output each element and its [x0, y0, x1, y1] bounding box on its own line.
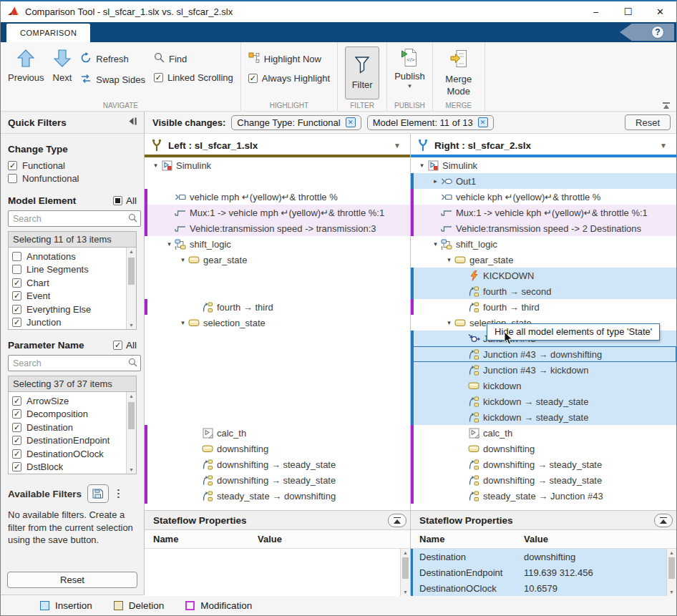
caret-down-icon[interactable]: ▾	[178, 256, 187, 263]
checkbox-unchecked-icon[interactable]	[12, 252, 21, 261]
caret-right-icon[interactable]: ▸	[431, 177, 440, 185]
filter-item-destination[interactable]: Destination	[12, 421, 125, 434]
caret-down-icon[interactable]: ▾	[417, 162, 427, 169]
checkbox-checked-icon[interactable]	[113, 341, 122, 350]
swap-sides-button[interactable]: Swap Sides	[80, 73, 145, 87]
tree-row[interactable]: fourth → second	[411, 283, 676, 299]
tree-row[interactable]: ▾tshift_logic	[411, 236, 676, 252]
tree-row[interactable]: KICKDOWN	[411, 268, 676, 283]
tree-row[interactable]: Junction #43 → kickdown	[411, 362, 676, 378]
checkbox-checked-icon[interactable]	[154, 73, 163, 82]
tree-row[interactable]: downshifting	[411, 441, 676, 456]
tree-row[interactable]: steady_state → downshifting	[145, 488, 410, 504]
close-button[interactable]: ✕	[644, 1, 676, 22]
property-row[interactable]: Destinationdownshifting	[411, 549, 666, 564]
checkbox-checked-icon[interactable]	[12, 291, 21, 300]
model-element-search[interactable]	[8, 210, 141, 227]
highlight-now-button[interactable]: Highlight Now	[248, 52, 330, 66]
checkbox-checked-icon[interactable]	[12, 318, 21, 327]
tree-row[interactable]: ▾selection_state	[145, 315, 410, 331]
next-button[interactable]: Next	[53, 47, 72, 83]
left-panel-header[interactable]: Left : sl_sfcar_1.slx ▼	[145, 134, 410, 157]
tree-row[interactable]: Vehicle:transmission speed -> transmissi…	[145, 220, 410, 236]
more-options-icon[interactable]	[115, 488, 122, 500]
tree-row[interactable]: kickdown	[411, 378, 676, 393]
filters-reset-button[interactable]: Reset	[625, 114, 671, 130]
chip-close-icon[interactable]: ✕	[478, 117, 488, 127]
tree-row[interactable]: fourth → third	[411, 299, 676, 315]
minimize-button[interactable]: –	[580, 1, 612, 22]
scrollbar[interactable]: ▲▼	[666, 549, 676, 596]
tab-comparison[interactable]: COMPARISON	[6, 24, 90, 42]
property-row[interactable]: DestinationEndpoint119.639 312.456	[411, 564, 666, 580]
tree-row[interactable]: ▸Out1	[411, 173, 676, 189]
save-filter-button[interactable]	[87, 484, 109, 503]
tree-row[interactable]: fourth → third	[145, 299, 410, 315]
parameter-name-search-input[interactable]	[13, 358, 128, 368]
sidebar-reset-button[interactable]: Reset	[7, 572, 137, 588]
publish-button[interactable]: </> Publish ▼	[394, 47, 425, 89]
filter-item-event[interactable]: Event	[12, 290, 125, 303]
checkbox-indeterminate-icon[interactable]	[113, 196, 122, 205]
checkbox-unchecked-icon[interactable]	[8, 174, 17, 183]
checkbox-checked-icon[interactable]	[12, 396, 21, 406]
checkbox-checked-icon[interactable]	[12, 436, 21, 445]
tree-row[interactable]: kickdown → steady_state	[411, 393, 676, 409]
checkbox-checked-icon[interactable]	[12, 409, 21, 419]
filter-item-destinationendpoint[interactable]: DestinationEndpoint	[12, 434, 125, 448]
chevron-down-icon[interactable]: ▼	[394, 142, 401, 150]
chevron-down-icon[interactable]: ▼	[660, 142, 667, 150]
filter-item-functional[interactable]: Functional	[8, 159, 137, 172]
tree-row[interactable]: vehicle mph ↵(yellow)↵& throttle %	[145, 189, 410, 205]
tree-row[interactable]: downshifting → steady_state	[411, 472, 676, 488]
tree-row[interactable]: calc_th	[145, 425, 410, 441]
collapse-sidebar-icon[interactable]	[127, 117, 138, 128]
collapse-panel-icon[interactable]	[388, 514, 406, 527]
filter-item-annotations[interactable]: Annotations	[12, 250, 125, 263]
tree-row[interactable]: Mux:1 -> vehicle kph ↵(yellow)↵& throttl…	[411, 205, 676, 220]
parameter-name-search[interactable]	[8, 355, 141, 371]
always-highlight-checkbox[interactable]: Always Highlight	[248, 73, 330, 84]
filter-item-chart[interactable]: Chart	[12, 276, 125, 290]
find-button[interactable]: Find	[154, 52, 233, 65]
caret-down-icon[interactable]: ▾	[151, 162, 160, 169]
caret-down-icon[interactable]: ▾	[165, 240, 174, 248]
tree-row[interactable]: ▾Simulink	[145, 157, 410, 173]
filter-item-nonfunctional[interactable]: Nonfunctional	[8, 172, 137, 186]
chip-close-icon[interactable]: ✕	[346, 117, 356, 127]
filter-chip[interactable]: Change Type: Functional✕	[231, 115, 361, 130]
tree-row[interactable]: downshifting → steady_state	[145, 456, 410, 472]
tree-row[interactable]: downshifting	[145, 441, 410, 456]
tree-row[interactable]: Mux:1 -> vehicle mph ↵(yellow)↵& throttl…	[145, 205, 410, 220]
filter-item-junction[interactable]: Junction	[12, 316, 125, 330]
scrollbar[interactable]: ▲▼	[126, 392, 136, 474]
linked-scrolling-checkbox[interactable]: Linked Scrolling	[154, 72, 233, 83]
right-panel-header[interactable]: Right : sl_sfcar_2.slx ▼	[411, 134, 676, 157]
checkbox-checked-icon[interactable]	[12, 449, 21, 459]
maximize-button[interactable]: ☐	[612, 1, 644, 22]
caret-down-icon[interactable]: ▾	[178, 319, 187, 326]
filter-item-destinationoclock[interactable]: DestinationOClock	[12, 447, 125, 461]
tree-row[interactable]: Junction #43 → downshifting	[411, 346, 676, 362]
property-row[interactable]: DestinationOClock10.6579	[411, 580, 666, 596]
caret-down-icon[interactable]: ▾	[444, 256, 454, 263]
model-element-all-checkbox[interactable]: All	[113, 195, 137, 206]
tree-row[interactable]: downshifting → steady_state	[145, 472, 410, 488]
parameter-name-all-checkbox[interactable]: All	[113, 340, 137, 351]
caret-down-icon[interactable]: ▾	[444, 319, 454, 326]
tree-row[interactable]: kickdown → steady_state	[411, 409, 676, 425]
tree-row[interactable]: Vehicle:transmission speed -> 2 Destinat…	[411, 220, 676, 236]
checkbox-checked-icon[interactable]	[12, 423, 21, 432]
tree-row[interactable]: ▾gear_state	[411, 252, 676, 268]
filter-item-everything-else[interactable]: Everything Else	[12, 303, 125, 316]
filter-item-arrowsize[interactable]: ArrowSize	[12, 394, 125, 408]
merge-mode-button[interactable]: Merge Mode	[440, 47, 477, 97]
filter-item-dstblock[interactable]: DstBlock	[12, 461, 125, 474]
tree-row[interactable]: ▾tshift_logic	[145, 236, 410, 252]
scrollbar[interactable]: ▲▼	[126, 248, 136, 329]
collapse-toolstrip-icon[interactable]	[662, 102, 671, 109]
filter-chip[interactable]: Model Element: 11 of 13✕	[367, 115, 494, 130]
collapse-panel-icon[interactable]	[654, 514, 673, 527]
tree-row[interactable]: downshifting → steady_state	[411, 456, 676, 472]
caret-down-icon[interactable]: ▾	[431, 240, 440, 248]
